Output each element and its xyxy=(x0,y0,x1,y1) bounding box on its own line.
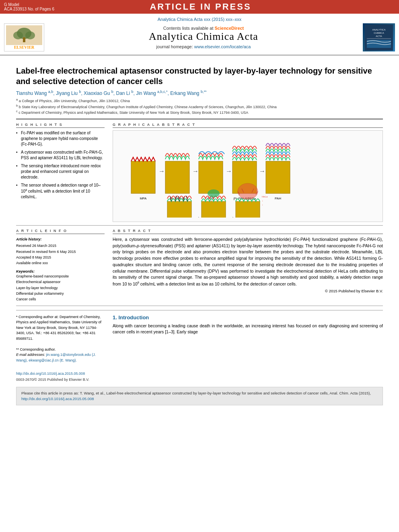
svg-rect-14 xyxy=(165,161,189,193)
svg-rect-23 xyxy=(266,161,290,193)
svg-rect-26 xyxy=(167,201,191,218)
citation-text: Please cite this article in press as: T.… xyxy=(21,391,371,395)
svg-text:CHIMICA: CHIMICA xyxy=(374,32,384,34)
highlights-abstract-row: H I G H L I G H T S Fc-PAH was modified … xyxy=(16,123,383,222)
homepage-url[interactable]: www.elsevier.com/locate/aca xyxy=(194,44,251,49)
svg-point-35 xyxy=(208,189,220,197)
authors-line: Tianshu Wang a,b, Jiyang Liu b, Xiaoxiao… xyxy=(16,90,383,96)
keyword-3: Layer-by-layer technology xyxy=(16,285,105,291)
abstract-label: A B S T R A C T xyxy=(113,229,383,234)
svg-text:→: → xyxy=(226,168,232,175)
article-history-title: Article history: xyxy=(16,236,105,242)
journal-cover-image: ANALYTICA CHIMICA ACTA xyxy=(363,23,395,51)
highlights-label: H I G H L I G H T S xyxy=(16,123,105,128)
email-addresses: E-mail addresses: jin.wang.1@stonybrook.… xyxy=(16,352,105,363)
introduction-section: 1. Introduction Along with cancer becomi… xyxy=(113,314,383,383)
elsevier-label: ELSEVIER xyxy=(14,45,35,49)
svg-text:→: → xyxy=(192,168,199,175)
graphical-abstract-label: G R A P H I C A L A B S T R A C T xyxy=(113,123,383,128)
abstract-text: Here, a cytosensor was constructed with … xyxy=(113,236,383,288)
highlight-item-4: The sensor showed a detection range of 1… xyxy=(16,183,105,200)
received-date: Received 26 March 2015 xyxy=(16,243,105,249)
highlight-item-3: The sensing interface introduced more re… xyxy=(16,163,105,180)
main-content: Label-free electrochemical aptasensor co… xyxy=(0,55,399,411)
keyword-1: Graphene-based nanocomposite xyxy=(16,273,105,279)
article-history: Article history: Received 26 March 2015 … xyxy=(16,236,105,266)
doi-link[interactable]: http://dx.doi.org/10.1016/j.aca.2015.05.… xyxy=(16,371,105,377)
svg-rect-34 xyxy=(202,201,226,218)
svg-text:PAH: PAH xyxy=(275,197,281,200)
paper-title: Label-free electrochemical aptasensor co… xyxy=(16,66,383,86)
svg-text:HeLa: HeLa xyxy=(262,195,268,198)
revised-date: Received in revised form 6 May 2015 xyxy=(16,249,105,255)
available-online: Available online xxx xyxy=(16,260,105,266)
model-info: G Model ACA 233913 No. of Pages 6 xyxy=(4,2,54,11)
svg-text:→: → xyxy=(158,168,165,175)
footnotes-section: * Corresponding author at: Department of… xyxy=(16,314,105,383)
article-in-press-header: G Model ACA 233913 No. of Pages 6 ARTICL… xyxy=(0,0,399,14)
svg-text:↓: ↓ xyxy=(262,199,263,202)
corresponding-note-2: ** Corresponding author. xyxy=(16,347,105,353)
svg-point-39 xyxy=(238,183,258,199)
keyword-4: Differential pulse voltammetry xyxy=(16,291,105,296)
middle-divider xyxy=(16,225,383,226)
article-in-press-label: ARTICLE IN PRESS xyxy=(150,2,251,12)
abstract-section: A B S T R A C T Here, a cytosensor was c… xyxy=(113,229,383,302)
citation-bar: Please cite this article in press as: T.… xyxy=(16,387,383,406)
highlight-item-2: A cytosensor was constructed with Fc-PAH… xyxy=(16,150,105,161)
journal-title-area: Contents lists available at ScienceDirec… xyxy=(44,26,363,49)
svg-text:→: → xyxy=(259,168,265,175)
top-divider xyxy=(16,119,383,119)
article-info-label: A R T I C L E I N F O xyxy=(16,229,105,234)
bottom-section: * Corresponding author at: Department of… xyxy=(16,310,383,383)
elsevier-tree-image xyxy=(6,25,42,45)
intro-text: Along with cancer becoming a leading cau… xyxy=(113,323,383,336)
svg-text:ACTA: ACTA xyxy=(376,35,382,37)
svg-rect-4 xyxy=(23,37,25,42)
keyword-2: Electrochemical aptasensor xyxy=(16,279,105,285)
highlights-list: Fc-PAH was modified on the surface of gr… xyxy=(16,130,105,200)
svg-text:↓: ↓ xyxy=(262,203,263,206)
svg-point-2 xyxy=(13,31,23,39)
svg-rect-11 xyxy=(131,161,155,193)
keyword-5: Cancer cells xyxy=(16,296,105,302)
bottom-divider xyxy=(16,306,383,306)
svg-point-3 xyxy=(25,31,35,39)
keywords-section: Keywords: Graphene-based nanocomposite E… xyxy=(16,269,105,302)
svg-rect-38 xyxy=(236,201,260,218)
journal-title: Analytica Chimica Acta xyxy=(44,31,363,43)
elsevier-logo: ELSEVIER xyxy=(4,23,44,51)
affiliations: a a College of Physics, Jilin University… xyxy=(16,98,383,115)
corresponding-note-1: * Corresponding author at: Department of… xyxy=(16,314,105,342)
contents-available: Contents lists available at ScienceDirec… xyxy=(44,26,363,31)
keywords-list: Graphene-based nanocomposite Electrochem… xyxy=(16,273,105,302)
svg-text:ANALYTICA: ANALYTICA xyxy=(372,29,386,31)
accepted-date: Accepted 8 May 2015 xyxy=(16,255,105,260)
article-info-abstract-row: A R T I C L E I N F O Article history: R… xyxy=(16,229,383,302)
keywords-title: Keywords: xyxy=(16,269,105,273)
copyright-line: © 2015 Published by Elsevier B.V. xyxy=(113,289,383,293)
citation-doi-link[interactable]: http://dx.doi.org/10.1016/j.aca.2015.05.… xyxy=(21,396,94,401)
highlight-item-1: Fc-PAH was modified on the surface of gr… xyxy=(16,130,105,147)
svg-rect-17 xyxy=(199,161,223,193)
highlights-section: H I G H L I G H T S Fc-PAH was modified … xyxy=(16,123,105,222)
graphical-abstract-section: G R A P H I C A L A B S T R A C T MPA → xyxy=(113,123,383,222)
intro-title: 1. Introduction xyxy=(113,314,383,320)
svg-text:MPA: MPA xyxy=(140,197,147,200)
journal-homepage: journal homepage: www.elsevier.com/locat… xyxy=(44,44,363,49)
svg-text:→: → xyxy=(228,214,235,218)
journal-meta: Analytica Chimica Acta xxx (2015) xxx–xx… xyxy=(0,17,399,22)
graphical-abstract-diagram: MPA → Fc-PAH-G → xyxy=(115,133,380,218)
journal-banner: Analytica Chimica Acta xxx (2015) xxx–xx… xyxy=(0,14,399,55)
issn-line: 0003-2670/© 2015 Published by Elsevier B… xyxy=(16,377,105,383)
sciencedirect-link[interactable]: ScienceDirect xyxy=(215,26,244,31)
svg-text:→: → xyxy=(194,214,201,218)
article-info-section: A R T I C L E I N F O Article history: R… xyxy=(16,229,105,302)
